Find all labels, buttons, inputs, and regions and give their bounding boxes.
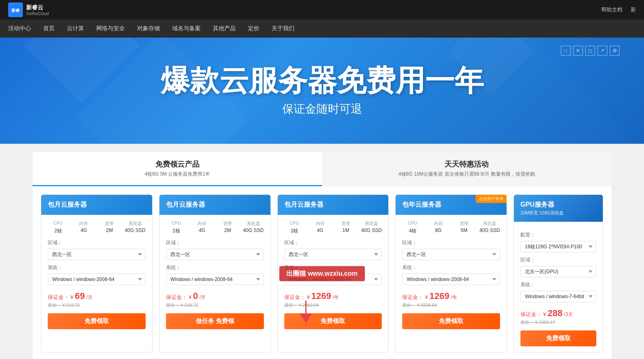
banner-content: 爆款云服务器免费用一年 保证金随时可退 <box>161 65 484 116</box>
card3-price: 保证金： ¥ 1269 /年 原价： ¥ 2360.64 <box>284 291 382 308</box>
card1-region-select[interactable]: 西北一区 <box>48 249 146 260</box>
card1-spec-values: 2核 4G 2M 40G SSD <box>48 227 146 234</box>
card2-body: CPU 内存 宽带 系统盘 2核 4G 2M 40G SSD 区域： 西北一区 <box>159 215 270 335</box>
card5-original: 原价： ¥ 1389.17 <box>520 319 596 326</box>
card5-btn[interactable]: 免费领取 <box>520 330 596 346</box>
card5-config-label: 配置： <box>520 232 596 239</box>
header-new-link[interactable]: 新 <box>631 6 636 13</box>
header-right: 帮助文档 新 <box>601 6 636 13</box>
card3-spec-values: 2核 4G 1M 40G SSD <box>284 227 382 234</box>
card3-region-label: 区域： <box>284 239 382 246</box>
card3-original: 原价： ¥ 2360.64 <box>284 302 382 308</box>
card2-bandwidth: 2M <box>217 227 238 234</box>
card1-price-label: 保证金： <box>48 294 69 300</box>
nav-item-home[interactable]: 首页 <box>43 25 55 32</box>
main-nav: 活动中心 首页 云计算 网络与安全 对象存储 域名与备案 其他产品 定价 关于我… <box>0 20 644 38</box>
card3-body: CPU 内存 宽带 系统盘 2核 4G 1M 40G SSD 区域： 西北一区 <box>278 215 389 335</box>
spec-disk-label: 系统盘 <box>125 221 146 227</box>
card1-price-amount: 69 <box>75 291 84 301</box>
card2-price: 保证金： ¥ 0 /月 原价： ¥ 216.72 <box>166 291 264 308</box>
banner: □ ✕ ◻ ↗ ⚙ 爆款云服务器免费用一年 保证金随时可退 <box>0 38 644 144</box>
nav-item-storage[interactable]: 对象存储 <box>137 25 160 32</box>
card2-spec-disk-label: 系统盘 <box>243 221 264 227</box>
card2-memory: 4G <box>192 227 212 234</box>
card1-cpu: 2核 <box>48 227 69 234</box>
svg-text:新睿: 新睿 <box>11 8 20 13</box>
nav-item-cloud[interactable]: 云计算 <box>67 25 84 32</box>
card1-price-symbol: ¥ <box>71 294 73 300</box>
card3-memory: 4G <box>310 227 330 234</box>
card5-region-label: 区域： <box>520 256 596 263</box>
section-tab-left[interactable]: 免费领云产品 4核8G 5M 云服务器免费用1年 <box>33 152 322 186</box>
nav-item-activity[interactable]: 活动中心 <box>8 25 31 32</box>
card5-system-select[interactable]: Windows / windows-7-64bit <box>520 291 596 302</box>
card1-btn[interactable]: 免费领取 <box>48 313 146 329</box>
card1-header: 包月云服务器 <box>41 195 152 215</box>
nav-item-other[interactable]: 其他产品 <box>213 25 236 32</box>
card2-original: 原价： ¥ 216.72 <box>166 302 264 308</box>
card2-region-select[interactable]: 西北一区 <box>166 249 264 260</box>
card5-region-select[interactable]: 北京一区(GPU) <box>520 266 596 277</box>
nav-item-network[interactable]: 网络与安全 <box>96 25 125 32</box>
nav-item-about[interactable]: 关于我们 <box>272 25 294 32</box>
card2-disk: 40G SSD <box>243 227 264 234</box>
card5-config-select[interactable]: 16核128G 2*NVIDIA P100 <box>520 241 596 252</box>
card4-system-select[interactable]: Windows / windows-2008-64 <box>402 274 500 285</box>
card4-price: 保证金： ¥ 1269 /年 原价： ¥ 6224.64 <box>402 291 500 308</box>
card4-bandwidth: 5M <box>454 227 474 234</box>
card3-spec-headers: CPU 内存 宽带 系统盘 <box>284 221 382 227</box>
card1-system-select[interactable]: Windows / windows-2008-64 <box>48 274 146 285</box>
banner-ctrl-3[interactable]: ◻ <box>585 46 595 56</box>
cards-container: 包月云服务器 CPU 内存 宽带 系统盘 2核 4G 2M 40G SSD <box>33 186 611 359</box>
card2-region-label: 区域： <box>166 239 264 246</box>
card4-region-select[interactable]: 西北一区 <box>402 249 500 260</box>
card-monthly-2: 包月云服务器 CPU 内存 宽带 系统盘 2核 4G 2M 40G SSD <box>159 194 271 352</box>
card2-system-select[interactable]: Windows / windows-2008-64 <box>166 274 264 285</box>
logo-text: 新睿云 XinRuiCloud <box>26 4 49 16</box>
banner-ctrl-2[interactable]: ✕ <box>573 46 583 56</box>
section-tab-left-title: 免费领云产品 <box>41 159 314 169</box>
card5-title: GPU服务器 <box>520 201 596 209</box>
nav-item-domain[interactable]: 域名与备案 <box>172 25 201 32</box>
card2-price-unit: /月 <box>199 294 206 300</box>
card1-body: CPU 内存 宽带 系统盘 2核 4G 2M 40G SSD 区域： 西北一区 <box>41 215 152 335</box>
card2-system-label: 系统： <box>166 264 264 271</box>
card2-spec-headers: CPU 内存 宽带 系统盘 <box>166 221 264 227</box>
card3-btn[interactable]: 免费领取 <box>284 313 382 329</box>
card3-system-label: 系统： <box>284 264 382 271</box>
card1-price: 保证金： ¥ 69 /月 原价： ¥ 216.72 <box>48 291 146 308</box>
card2-cpu: 2核 <box>166 227 187 234</box>
card4-spec-headers: CPU 内存 宽带 系统盘 <box>402 221 500 227</box>
card5-guarantee: 保证金： ¥ 288 /3天 <box>520 308 596 319</box>
banner-ctrl-5[interactable]: ⚙ <box>610 46 620 56</box>
section-tab-right[interactable]: 天天特惠活动 4核8G 10M云服务器 首次体验只需99.9/月 数量有限，按需… <box>322 152 612 186</box>
section-tab-right-title: 天天特惠活动 <box>330 159 604 169</box>
card2-spec-cpu-label: CPU <box>166 221 187 227</box>
card3-region-select[interactable]: 西北一区 <box>284 249 382 260</box>
card3-disk: 40G SSD <box>361 227 382 234</box>
card2-price-amount: 0 <box>193 291 198 301</box>
card1-guarantee: 保证金： ¥ 69 /月 <box>48 291 146 301</box>
card2-btn[interactable]: 做任务 免费领 <box>166 313 264 329</box>
nav-item-pricing[interactable]: 定价 <box>248 25 259 32</box>
banner-ctrl-1[interactable]: □ <box>561 46 571 56</box>
card1-memory: 4G <box>73 227 94 234</box>
card1-original: 原价： ¥ 216.72 <box>48 302 146 308</box>
card-monthly-3: 包月云服务器 CPU 内存 宽带 系统盘 2核 4G 1M 40G SSD <box>277 194 389 352</box>
help-doc-link[interactable]: 帮助文档 <box>601 6 622 13</box>
card4-btn[interactable]: 免费领取 <box>402 313 500 329</box>
card5-body: 配置： 16核128G 2*NVIDIA P100 区域： 北京一区(GPU) … <box>514 222 603 352</box>
card1-title: 包月云服务器 <box>48 201 146 209</box>
card1-region-label: 区域： <box>48 239 146 246</box>
spec-bandwidth-label: 宽带 <box>99 221 120 227</box>
spec-cpu-label: CPU <box>48 221 69 227</box>
card4-system-label: 系统： <box>402 264 500 271</box>
header: 新睿 新睿云 XinRuiCloud 帮助文档 新 <box>0 0 644 20</box>
card2-price-symbol: ¥ <box>188 294 191 300</box>
card1-disk: 40G SSD <box>125 227 146 234</box>
card4-region-label: 区域： <box>402 239 500 246</box>
card3-system-select[interactable]: Windows / windows-2008-64 <box>284 274 382 285</box>
banner-controls: □ ✕ ◻ ↗ ⚙ <box>561 46 620 56</box>
banner-ctrl-4[interactable]: ↗ <box>598 46 607 56</box>
card2-spec-memory-label: 内存 <box>192 221 212 227</box>
